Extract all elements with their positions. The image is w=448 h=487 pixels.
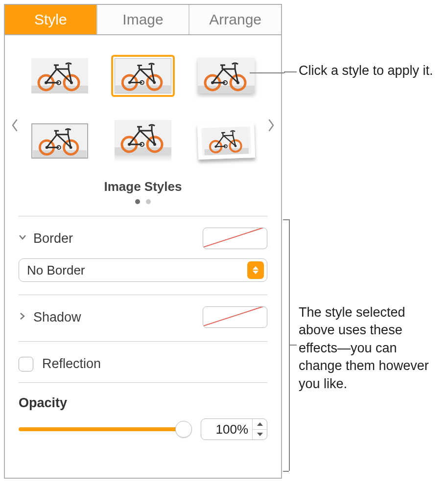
shadow-disclosure[interactable] [19, 312, 28, 322]
border-disclosure[interactable] [19, 233, 28, 243]
shadow-section: Shadow [19, 295, 267, 328]
slider-track [19, 427, 191, 431]
reflection-checkbox[interactable] [19, 357, 33, 371]
tab-arrange[interactable]: Arrange [189, 5, 281, 34]
slider-knob[interactable] [175, 421, 192, 438]
callout-bracket [283, 471, 289, 472]
image-styles-grid [19, 49, 267, 170]
image-styles-title: Image Styles [19, 179, 267, 194]
style-thumb-1[interactable] [28, 55, 92, 97]
bike-icon [197, 122, 255, 160]
styles-pager-dots[interactable] [19, 197, 267, 206]
callout-bracket [283, 219, 289, 220]
pager-dot-2[interactable] [146, 199, 151, 204]
opacity-slider[interactable] [19, 421, 191, 438]
bike-icon [31, 58, 88, 93]
reflection-label: Reflection [42, 356, 267, 371]
border-label: Border [33, 231, 203, 246]
opacity-number-field[interactable]: 100% [201, 418, 267, 440]
callout-line [250, 72, 284, 73]
callout-line [284, 71, 297, 72]
bike-icon [31, 123, 88, 159]
tab-image[interactable]: Image [97, 5, 190, 34]
style-thumb-6[interactable] [194, 119, 259, 163]
styles-prev-button[interactable] [8, 118, 22, 135]
style-thumb-2[interactable] [111, 55, 175, 97]
select-arrows-icon [247, 261, 264, 279]
callout-apply-style: Click a style to apply it. [299, 62, 446, 79]
inspector-tabs: Style Image Arrange [5, 5, 281, 35]
reflection-section: Reflection [19, 342, 267, 375]
border-section: Border No Border [19, 216, 267, 282]
style-thumb-4[interactable] [28, 120, 92, 162]
styles-next-button[interactable] [264, 118, 278, 135]
opacity-label: Opacity [19, 383, 267, 411]
border-select-value: No Border [27, 263, 85, 278]
shadow-preview-swatch[interactable] [203, 306, 267, 328]
border-preview-swatch[interactable] [203, 228, 267, 249]
bike-icon [115, 120, 171, 155]
tab-style[interactable]: Style [5, 5, 97, 34]
stepper-up[interactable] [253, 419, 267, 430]
image-styles-area: Image Styles [19, 35, 267, 206]
bike-icon [198, 58, 255, 93]
pager-dot-1[interactable] [135, 199, 140, 204]
style-thumb-3[interactable] [194, 55, 258, 97]
callout-effects: The style selected above uses these effe… [299, 303, 441, 393]
format-inspector-panel: Style Image Arrange [4, 4, 282, 479]
style-thumb-5[interactable] [111, 120, 175, 162]
bike-icon [115, 58, 171, 93]
callout-bracket [289, 345, 297, 346]
border-type-select[interactable]: No Border [19, 258, 267, 282]
opacity-controls: 100% [19, 418, 267, 440]
opacity-stepper[interactable] [252, 419, 267, 440]
stepper-down[interactable] [253, 430, 267, 440]
reflection-icon [115, 155, 171, 162]
opacity-value[interactable]: 100% [201, 419, 252, 440]
shadow-label: Shadow [33, 310, 203, 325]
